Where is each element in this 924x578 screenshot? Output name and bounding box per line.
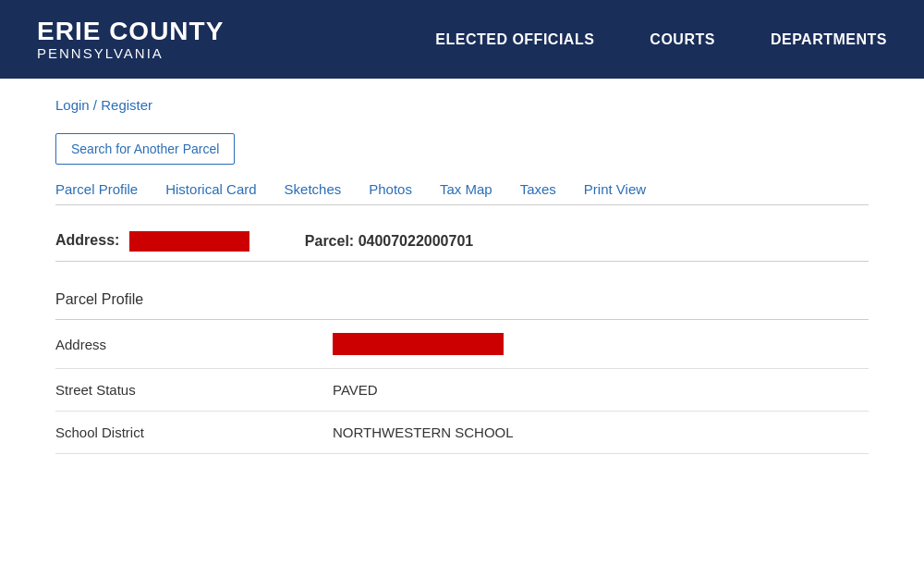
tab-photos[interactable]: Photos bbox=[369, 181, 412, 197]
search-another-parcel-button[interactable]: Search for Another Parcel bbox=[55, 133, 235, 165]
logo: ERIE COUNTY PENNSYLVANIA bbox=[37, 18, 224, 61]
address-redacted-wide bbox=[333, 333, 504, 355]
login-register-link[interactable]: Login / Register bbox=[55, 97, 152, 113]
tab-print-view[interactable]: Print View bbox=[584, 181, 646, 197]
tab-bar: Parcel Profile Historical Card Sketches … bbox=[55, 181, 869, 205]
tab-parcel-profile[interactable]: Parcel Profile bbox=[55, 181, 138, 197]
address-label: Address: bbox=[55, 232, 119, 248]
nav-courts[interactable]: COURTS bbox=[650, 31, 715, 48]
section-title: Parcel Profile bbox=[55, 280, 869, 320]
search-button-container: Search for Another Parcel bbox=[55, 133, 869, 181]
main-nav: ELECTED OFFICIALS COURTS DEPARTMENTS bbox=[435, 31, 887, 48]
tab-historical-card[interactable]: Historical Card bbox=[165, 181, 256, 197]
info-bar: Address: Parcel: 04007022000701 bbox=[55, 222, 869, 262]
address-info: Address: bbox=[55, 231, 249, 252]
row-street-status: Street Status PAVED bbox=[55, 369, 869, 412]
row-school-district: School District NORTHWESTERN SCHOOL bbox=[55, 412, 869, 454]
row-address-label: Address bbox=[55, 337, 333, 352]
tab-taxes[interactable]: Taxes bbox=[520, 181, 556, 197]
row-school-district-value: NORTHWESTERN SCHOOL bbox=[333, 424, 514, 440]
parcel-info: Parcel: 04007022000701 bbox=[305, 233, 473, 250]
row-street-status-label: Street Status bbox=[55, 382, 333, 398]
tab-tax-map[interactable]: Tax Map bbox=[440, 181, 492, 197]
parcel-number: Parcel: 04007022000701 bbox=[305, 233, 473, 249]
logo-top: ERIE COUNTY bbox=[37, 18, 224, 46]
logo-bottom: PENNSYLVANIA bbox=[37, 46, 224, 62]
row-street-status-value: PAVED bbox=[333, 382, 378, 398]
nav-departments[interactable]: DEPARTMENTS bbox=[771, 31, 887, 48]
address-redacted-value bbox=[129, 231, 249, 252]
row-address-value bbox=[333, 333, 504, 355]
tab-sketches[interactable]: Sketches bbox=[285, 181, 342, 197]
nav-elected-officials[interactable]: ELECTED OFFICIALS bbox=[435, 31, 594, 48]
row-school-district-label: School District bbox=[55, 424, 333, 440]
site-header: ERIE COUNTY PENNSYLVANIA ELECTED OFFICIA… bbox=[0, 0, 924, 79]
row-address: Address bbox=[55, 320, 869, 369]
main-content: Login / Register Search for Another Parc… bbox=[0, 79, 924, 473]
